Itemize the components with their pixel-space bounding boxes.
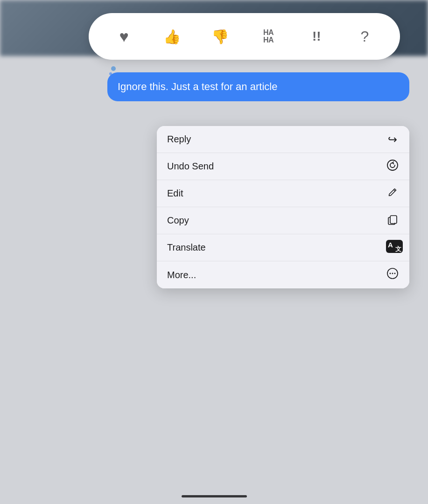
more-icon xyxy=(386,267,399,282)
copy-label: Copy xyxy=(167,215,189,226)
reaction-question[interactable]: ? xyxy=(353,25,376,48)
thumbs-down-icon: 👎 xyxy=(211,28,229,45)
svg-point-5 xyxy=(394,273,396,274)
reaction-bar: ♥ 👍 👎 HAHA !! ? xyxy=(89,13,400,60)
reply-icon: ↩ xyxy=(386,133,399,146)
menu-item-more[interactable]: More... xyxy=(157,261,409,288)
bubble-connector-dot-1 xyxy=(111,66,116,71)
menu-item-edit[interactable]: Edit xyxy=(157,180,409,207)
svg-point-4 xyxy=(392,273,393,274)
svg-rect-1 xyxy=(390,216,397,224)
svg-point-3 xyxy=(390,273,391,274)
message-bubble: Ignore this. Just a test for an article xyxy=(107,72,409,101)
context-menu: Reply ↩ Undo Send Edit Copy xyxy=(157,126,409,288)
message-text: Ignore this. Just a test for an article xyxy=(118,81,277,92)
undo-send-icon xyxy=(386,159,399,174)
edit-label: Edit xyxy=(167,188,183,199)
translate-label: Translate xyxy=(167,242,206,253)
home-indicator xyxy=(182,495,247,497)
more-label: More... xyxy=(167,270,196,280)
copy-icon xyxy=(386,213,399,228)
reaction-heart[interactable]: ♥ xyxy=(112,25,136,48)
reaction-thumbs-up[interactable]: 👍 xyxy=(161,25,184,48)
svg-point-0 xyxy=(387,160,398,170)
undo-send-label: Undo Send xyxy=(167,161,214,172)
menu-item-reply[interactable]: Reply ↩ xyxy=(157,126,409,153)
thumbs-up-icon: 👍 xyxy=(163,28,181,45)
menu-item-undo-send[interactable]: Undo Send xyxy=(157,153,409,180)
menu-item-translate[interactable]: Translate A 文 xyxy=(157,234,409,261)
reaction-thumbs-down[interactable]: 👎 xyxy=(209,25,232,48)
reaction-emphasis[interactable]: !! xyxy=(305,25,328,48)
reply-label: Reply xyxy=(167,134,191,145)
question-icon: ? xyxy=(360,28,369,45)
reaction-haha[interactable]: HAHA xyxy=(257,25,280,48)
menu-item-copy[interactable]: Copy xyxy=(157,207,409,234)
edit-icon xyxy=(386,187,399,200)
heart-icon: ♥ xyxy=(119,28,128,46)
haha-icon: HAHA xyxy=(263,29,274,44)
translate-icon: A 文 xyxy=(386,240,399,256)
emphasis-icon: !! xyxy=(312,29,321,44)
